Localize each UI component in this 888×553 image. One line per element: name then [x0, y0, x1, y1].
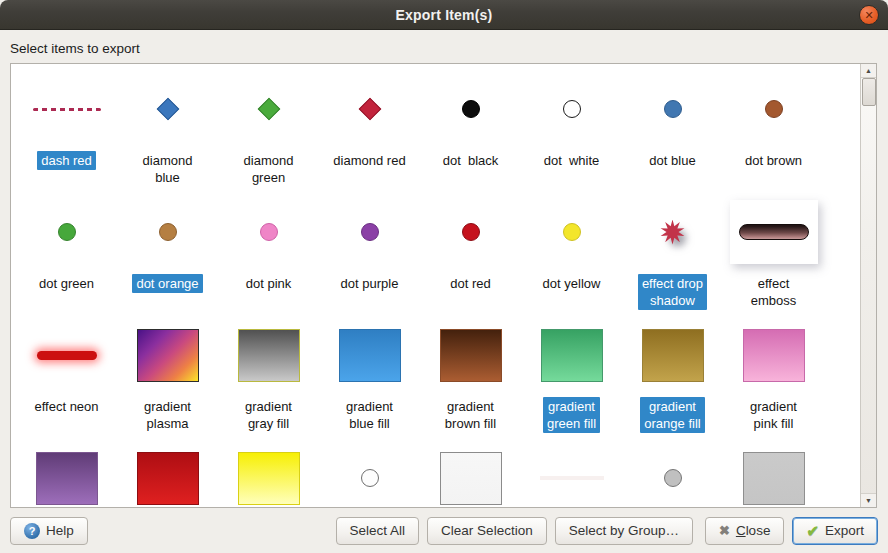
titlebar[interactable]: Export Item(s) ✕	[0, 0, 888, 30]
style-item[interactable]: gradient brown fill	[420, 317, 521, 440]
style-item[interactable]	[622, 440, 723, 508]
style-item-label: dot brown	[741, 151, 806, 170]
style-item[interactable]: diamond red	[319, 71, 420, 194]
style-item-label: gradient plasma	[140, 397, 195, 433]
style-item[interactable]: dot black	[420, 71, 521, 194]
style-item[interactable]	[420, 440, 521, 508]
style-item[interactable]: effect drop shadow	[622, 194, 723, 317]
scrollbar-up-button[interactable]: ▲	[861, 64, 876, 78]
symbol-wrapper	[362, 101, 378, 117]
symbol-wrapper	[137, 452, 199, 505]
style-item[interactable]: gradient green fill	[521, 317, 622, 440]
style-item-thumbnail	[319, 317, 420, 393]
style-item-label: diamond blue	[139, 151, 197, 187]
scrollbar-down-button[interactable]: ▼	[861, 493, 876, 507]
gradient-pink-fill-symbol-icon	[743, 329, 805, 382]
style-item-label: diamond green	[240, 151, 298, 187]
style-item-label: gradient gray fill	[241, 397, 296, 433]
style-item[interactable]: diamond blue	[117, 71, 218, 194]
style-item-thumbnail	[319, 194, 420, 270]
symbol-wrapper	[339, 329, 401, 382]
style-item[interactable]: dash red	[16, 71, 117, 194]
vertical-scrollbar[interactable]: ▲ ▼	[860, 64, 876, 507]
style-item-thumbnail	[218, 71, 319, 147]
scrollbar-thumb[interactable]	[862, 78, 876, 106]
style-items-listview[interactable]: dash reddiamond bluediamond greendiamond…	[10, 63, 877, 508]
style-item-thumbnail	[521, 194, 622, 270]
clear-selection-button[interactable]: Clear Selection	[427, 517, 547, 545]
style-item[interactable]: dot brown	[723, 71, 824, 194]
style-item[interactable]: dot purple	[319, 194, 420, 317]
label-area: gradient orange fill	[640, 393, 704, 440]
symbol-wrapper	[238, 452, 300, 505]
style-item-label: gradient green fill	[543, 397, 600, 433]
style-item[interactable]: dot orange	[117, 194, 218, 317]
label-area: effect emboss	[747, 270, 801, 317]
window-close-button[interactable]: ✕	[859, 5, 879, 25]
style-item[interactable]: dot blue	[622, 71, 723, 194]
style-item[interactable]: dot yellow	[521, 194, 622, 317]
style-item[interactable]: diamond green	[218, 71, 319, 194]
style-item[interactable]: gradient gray fill	[218, 317, 319, 440]
style-items-grid: dash reddiamond bluediamond greendiamond…	[11, 64, 824, 508]
style-item-label: dot pink	[242, 274, 296, 293]
style-item-thumbnail	[521, 317, 622, 393]
style-item[interactable]	[723, 440, 824, 508]
effect-drop-shadow-symbol-icon	[660, 220, 685, 245]
style-item[interactable]: dot green	[16, 194, 117, 317]
export-button-label: Export	[825, 523, 864, 538]
style-item-thumbnail	[420, 71, 521, 147]
style-item[interactable]: gradient plasma	[117, 317, 218, 440]
style-item[interactable]: dot red	[420, 194, 521, 317]
dot-yellow-symbol-icon	[563, 223, 581, 241]
select-all-button[interactable]: Select All	[336, 517, 420, 545]
symbol-wrapper	[238, 329, 300, 382]
symbol-wrapper	[642, 329, 704, 382]
style-item[interactable]: effect emboss	[723, 194, 824, 317]
style-item[interactable]	[117, 440, 218, 508]
style-item[interactable]	[319, 440, 420, 508]
effect-emboss-symbol-icon	[739, 224, 809, 240]
close-icon: ✕	[864, 10, 873, 21]
style-item-thumbnail	[319, 440, 420, 508]
style-item-label: gradient orange fill	[640, 397, 704, 433]
faint-line-symbol-icon	[540, 476, 604, 480]
style-item-thumbnail	[420, 194, 521, 270]
symbol-wrapper	[58, 223, 76, 241]
label-area: effect drop shadow	[638, 270, 707, 317]
close-button[interactable]: ✖ Close	[705, 517, 784, 545]
style-item[interactable]: gradient pink fill	[723, 317, 824, 440]
symbol-wrapper	[260, 223, 278, 241]
export-button[interactable]: ✔ Export	[792, 517, 878, 545]
symbol-wrapper	[462, 100, 480, 118]
dash-red-symbol-icon	[33, 108, 101, 111]
symbol-wrapper	[660, 220, 685, 245]
help-button[interactable]: ? Help	[10, 517, 88, 545]
style-item[interactable]: effect neon	[16, 317, 117, 440]
label-area: dot yellow	[539, 270, 605, 317]
style-item[interactable]: gradient blue fill	[319, 317, 420, 440]
swatch-symbol-icon	[440, 452, 502, 505]
style-item-label: gradient pink fill	[746, 397, 801, 433]
select-by-group-button[interactable]: Select by Group…	[555, 517, 693, 545]
diamond-blue-symbol-icon	[156, 98, 179, 121]
symbol-wrapper	[440, 329, 502, 382]
style-item[interactable]	[16, 440, 117, 508]
style-item[interactable]	[218, 440, 319, 508]
style-item[interactable]	[521, 440, 622, 508]
style-item[interactable]: dot pink	[218, 194, 319, 317]
style-item[interactable]: dot white	[521, 71, 622, 194]
swatch-symbol-icon	[743, 452, 805, 505]
effect-neon-symbol-icon	[37, 351, 97, 360]
label-area: dot brown	[741, 147, 806, 194]
swatch-symbol-icon	[238, 452, 300, 505]
scroll-down-icon: ▼	[865, 497, 872, 504]
style-item[interactable]: gradient orange fill	[622, 317, 723, 440]
symbol-wrapper	[563, 223, 581, 241]
dot-green-symbol-icon	[58, 223, 76, 241]
style-item-label: dot orange	[132, 274, 202, 293]
style-item-label: dot blue	[645, 151, 699, 170]
symbol-wrapper	[137, 329, 199, 382]
label-area: dot red	[446, 270, 494, 317]
style-item-label: diamond red	[329, 151, 409, 170]
